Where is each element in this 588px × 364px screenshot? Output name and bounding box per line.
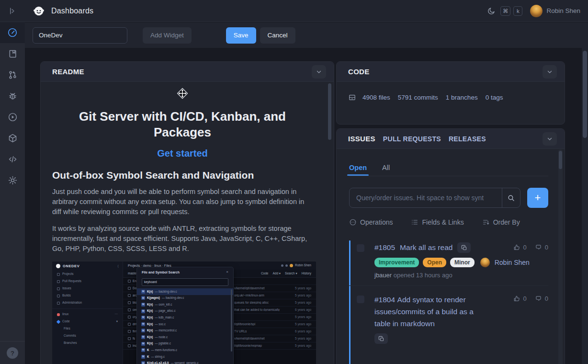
mock-search-result: MK— string.c [137, 353, 233, 360]
mock-search-result: MK(x)— pgtable.c [137, 341, 233, 347]
save-button[interactable]: Save [226, 27, 256, 44]
dark-mode-toggle[interactable] [485, 5, 498, 17]
get-started-link[interactable]: Get started [52, 148, 313, 159]
user-name[interactable]: Robin Shen [546, 7, 580, 14]
sidebar-item-pull-requests[interactable] [0, 64, 25, 85]
readme-paragraph: Just push code and you will be able to p… [52, 187, 313, 217]
sidebar-item-code[interactable] [0, 148, 25, 170]
widget-drag-handle[interactable] [52, 82, 313, 102]
mock-onedev-logo-icon [56, 264, 60, 268]
page-scrollbar[interactable] [582, 48, 588, 364]
releases-tab[interactable]: RELEASES [449, 135, 486, 143]
sidebar-item-projects[interactable] [0, 43, 25, 64]
search-button[interactable] [502, 188, 520, 207]
moon-icon [487, 7, 496, 15]
copy-button[interactable] [374, 333, 388, 344]
mock-modal-header: File and Symbol Search × [137, 267, 233, 277]
move-icon [174, 85, 191, 102]
issues-scrollbar[interactable] [559, 151, 562, 169]
shortcut-cmd-key: ⌘ [500, 6, 511, 16]
issues-tab[interactable]: ISSUES [348, 135, 375, 143]
dashboard-name-input[interactable] [33, 27, 127, 44]
issue-checkbox[interactable] [357, 296, 364, 303]
sidebar-item-dashboards[interactable] [0, 22, 25, 43]
issues-search-row: + [349, 188, 548, 208]
issue-metrics: 0 0 [513, 243, 548, 251]
comments-metric[interactable]: 0 [534, 243, 548, 251]
add-widget-button[interactable]: Add Widget [143, 27, 192, 44]
issues-widget-menu-button[interactable] [543, 132, 557, 146]
priority-badge[interactable]: Minor [450, 258, 475, 267]
comment-icon [534, 295, 543, 303]
sidebar-item-administration[interactable] [0, 170, 25, 191]
issue-number-link[interactable]: #1805 [374, 243, 395, 252]
readme-widget-menu-button[interactable] [312, 65, 326, 79]
sidebar-item-packages[interactable] [0, 127, 25, 148]
mock-nav-icon [57, 302, 60, 305]
help-icon[interactable]: ? [7, 347, 18, 359]
fields-links-button[interactable]: Fields & Links [411, 218, 464, 226]
issue-title-link[interactable]: Mark all as read [400, 243, 452, 252]
issue-checkbox[interactable] [357, 244, 364, 252]
mock-code-child-label: Files [64, 327, 70, 330]
files-count-link[interactable]: 4908 files [362, 94, 390, 101]
tags-count-link[interactable]: 0 tags [486, 94, 503, 101]
branches-count-link[interactable]: 1 branches [446, 94, 478, 101]
mock-code-child: Files [52, 325, 123, 332]
label-badge[interactable]: Improvement [374, 258, 419, 267]
mock-commit-msg: t/git/broonie/spi [234, 323, 305, 326]
mock-brand: ONEDEV ⟨ [52, 262, 123, 271]
issues-widget: ISSUES PULL REQUESTS RELEASES Open All [336, 128, 565, 364]
mock-search-results: MK(x)— backing-dev.c MK(pages)— backing-… [137, 288, 233, 364]
opened-time: opened 13 hours ago [394, 272, 452, 279]
likes-metric[interactable]: 0 [513, 295, 527, 303]
order-by-button[interactable]: Order By [482, 218, 520, 226]
ellipsis-circle-icon [349, 218, 357, 226]
mock-folder-icon [128, 344, 131, 347]
mock-code-child-label: Branches [64, 341, 77, 345]
thumbs-up-icon [513, 295, 521, 303]
copy-button[interactable] [457, 242, 471, 253]
comment-icon [534, 243, 543, 251]
mock-modal-scrollbar [231, 289, 232, 352]
issue-number-link[interactable]: #1804 [374, 296, 395, 304]
mock-menu-code: Code [261, 272, 269, 275]
operations-button[interactable]: Operations [349, 218, 393, 226]
mock-commit-age: 5 years ago [295, 287, 311, 290]
readme-scrollbar[interactable] [328, 83, 331, 140]
mock-breadcrumb: Projects · demo · linux · Files [128, 264, 171, 267]
issue-row[interactable]: #1805 Mark all as read Improvement [349, 237, 548, 286]
issue-row[interactable]: #1804 Add syntax to render issues/commit… [349, 286, 548, 351]
code-widget-menu-button[interactable] [543, 65, 557, 79]
sidebar-item-issues[interactable] [0, 85, 25, 106]
mock-nav-label: Administration [62, 301, 82, 305]
assignee-avatar[interactable] [480, 258, 490, 267]
comments-metric[interactable]: 0 [534, 295, 548, 303]
add-issue-button[interactable]: + [527, 188, 548, 208]
user-avatar[interactable] [530, 5, 543, 17]
pull-requests-tab[interactable]: PULL REQUESTS [383, 135, 441, 143]
order-by-label: Order By [493, 218, 520, 226]
mock-nav-icon [57, 287, 60, 290]
issues-actions-row: Operations Fields & Links Order By [349, 218, 548, 226]
tab-open[interactable]: Open [349, 160, 367, 175]
mock-search-result: MK(pages)— backing-dev.c [137, 295, 233, 302]
collapse-sidebar-icon[interactable] [6, 4, 19, 18]
mock-symbol-icon: M [141, 335, 145, 339]
likes-metric[interactable]: 0 [513, 243, 527, 251]
mock-commit-age: 5 years ago [295, 337, 311, 341]
issues-search-input[interactable] [350, 188, 502, 207]
mock-nav-item: Projects [52, 271, 123, 278]
mock-symbol-icon: M [141, 355, 145, 359]
commits-count-link[interactable]: 5791 commits [398, 94, 438, 101]
state-badge[interactable]: Open [423, 258, 446, 267]
sidebar-top [0, 0, 25, 22]
tab-all[interactable]: All [382, 160, 390, 175]
comments-count: 0 [545, 244, 548, 251]
readme-widget-title: README [52, 68, 84, 76]
sidebar-item-builds[interactable] [0, 106, 25, 127]
cancel-button[interactable]: Cancel [260, 27, 295, 44]
issues-widget-body: Open All + [337, 149, 565, 364]
page-scrollbar-thumb[interactable] [583, 51, 587, 138]
assignee-name-link[interactable]: Robin Shen [495, 259, 530, 266]
